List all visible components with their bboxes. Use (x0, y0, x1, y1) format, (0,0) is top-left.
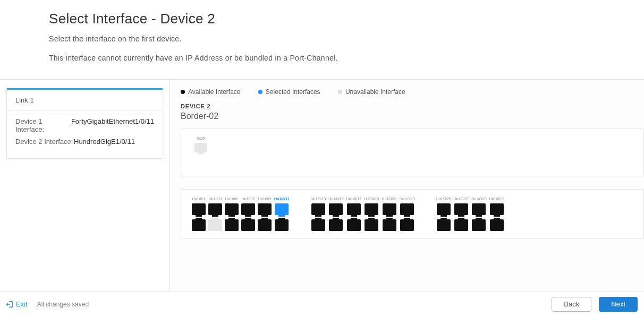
port-Hu1/0/13[interactable] (311, 203, 325, 215)
port-bottom[interactable] (347, 219, 361, 231)
dot-available-icon (181, 90, 185, 94)
port-bottom (208, 219, 222, 231)
port-bottom[interactable] (275, 219, 289, 231)
port-bottom[interactable] (454, 219, 468, 231)
port-label: Hu1/0/21 (382, 197, 396, 202)
footer-bar: Exit All changes saved Back Next (0, 292, 644, 297)
chassis-1: G0/0 (181, 129, 644, 176)
port-bottom[interactable] (383, 219, 396, 231)
device2-interface-label: Device 2 Interface: (15, 138, 74, 146)
device1-interface-label: Device 1 Interface: (15, 117, 71, 133)
port-Hu1/0/5[interactable] (225, 203, 239, 215)
legend-unavailable: Unavailable Interface (338, 88, 405, 96)
port-Hu1/0/29[interactable] (472, 203, 486, 215)
port-Hu1/0/17[interactable] (347, 203, 361, 215)
main-panel: Available Interface Selected Interfaces … (170, 80, 644, 297)
port-label: Hu1/0/3 (209, 197, 222, 202)
port-bottom[interactable] (365, 219, 378, 231)
port-Hu1/0/7[interactable] (241, 203, 255, 215)
port-bottom[interactable] (225, 219, 239, 231)
legend-selected: Selected Interfaces (258, 88, 320, 96)
port-Hu1/0/27[interactable] (454, 203, 468, 215)
device1-interface-value: FortyGigabitEthernet1/0/11 (71, 117, 154, 133)
next-button[interactable]: Next (599, 297, 638, 298)
port-label: Hu1/0/7 (242, 197, 255, 202)
port-label: Hu1/0/5 (225, 197, 239, 202)
port-label: Hu1/0/19 (364, 197, 379, 202)
legend-available: Available Interface (181, 88, 241, 96)
port-label: Hu1/0/15 (328, 197, 343, 202)
port-Hu1/0/25[interactable] (437, 203, 451, 215)
port-Hu1/0/15[interactable] (329, 203, 343, 215)
device2-interface-value: HundredGigE1/0/11 (74, 138, 135, 146)
page-header: Select Interface - Device 2 Select the i… (0, 0, 644, 80)
dot-unavailable-icon (338, 90, 342, 94)
legend: Available Interface Selected Interfaces … (181, 88, 644, 96)
port-bottom[interactable] (192, 219, 206, 231)
port-label: Hu1/0/25 (436, 197, 451, 202)
port-label: G0/0 (197, 136, 205, 142)
port-Hu1/0/31[interactable] (490, 203, 504, 215)
port-G0/0 (194, 143, 207, 152)
port-Hu1/0/21[interactable] (383, 203, 396, 215)
port-label: Hu1/0/9 (258, 197, 272, 202)
port-bottom[interactable] (472, 219, 486, 231)
port-bottom[interactable] (490, 219, 504, 231)
port-Hu1/0/1[interactable] (192, 203, 206, 215)
port-Hu1/0/23[interactable] (400, 203, 414, 215)
port-label: Hu1/0/29 (471, 197, 486, 202)
chassis-2: Hu1/0/1Hu1/0/3Hu1/0/5Hu1/0/7Hu1/0/9Hu1/0… (181, 189, 644, 239)
page-title: Select Interface - Device 2 (49, 11, 595, 27)
port-Hu1/0/19[interactable] (365, 203, 378, 215)
port-label: Hu1/0/11 (274, 197, 290, 202)
port-bottom[interactable] (311, 219, 325, 231)
port-label: Hu1/0/13 (311, 197, 326, 202)
link-card[interactable]: Link 1 Device 1 Interface: FortyGigabitE… (6, 88, 163, 159)
page-note: This interface cannot currently have an … (49, 54, 595, 62)
port-Hu1/0/3[interactable] (208, 203, 222, 215)
port-bottom[interactable] (329, 219, 343, 231)
port-label: Hu1/0/23 (400, 197, 414, 202)
device-number-label: DEVICE 2 (181, 103, 644, 109)
device-name: Border-02 (181, 112, 644, 121)
back-button[interactable]: Back (552, 297, 591, 298)
port-bottom[interactable] (437, 219, 451, 231)
port-Hu1/0/9[interactable] (258, 203, 272, 215)
port-label: Hu1/0/31 (489, 197, 504, 202)
port-label: Hu1/0/17 (346, 197, 361, 202)
port-bottom[interactable] (241, 219, 255, 231)
port-label: Hu1/0/1 (192, 197, 206, 202)
port-Hu1/0/11[interactable] (275, 203, 289, 215)
dot-selected-icon (258, 90, 262, 94)
link-card-title: Link 1 (7, 90, 163, 111)
port-label: Hu1/0/27 (454, 197, 469, 202)
sidebar: Link 1 Device 1 Interface: FortyGigabitE… (0, 80, 170, 297)
port-bottom[interactable] (400, 219, 414, 231)
port-bottom[interactable] (258, 219, 272, 231)
page-subtitle: Select the interface on the first device… (49, 35, 595, 43)
